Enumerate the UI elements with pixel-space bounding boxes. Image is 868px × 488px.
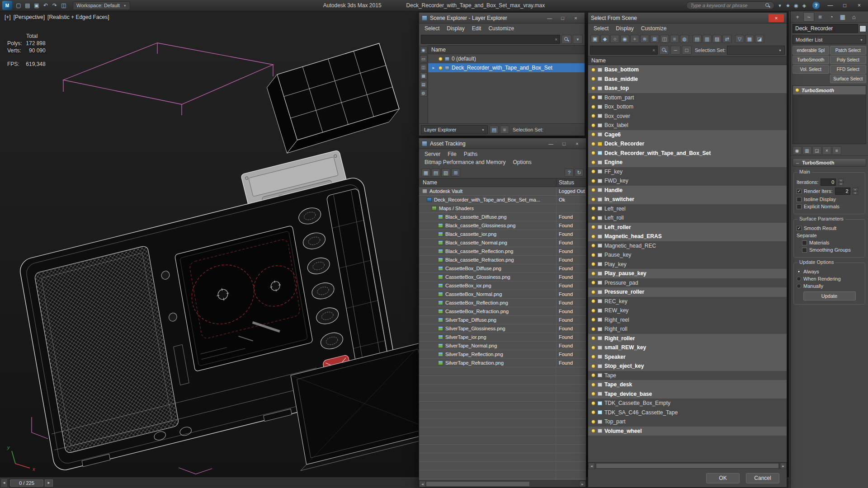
save-file-icon[interactable]: ▣ [32,1,41,10]
modifier-set-button[interactable] [793,75,829,83]
scene-object-row[interactable]: Box_label [588,121,787,130]
scene-object-row[interactable]: Pause_key [588,250,787,260]
bulb-icon[interactable] [591,401,595,405]
iterations-spinner[interactable]: ▴▾ [838,178,844,186]
minimize-button[interactable]: — [824,1,837,10]
status-column-header[interactable]: Status [556,178,586,187]
display-children-icon[interactable]: ▤ [693,35,702,43]
modifier-set-button[interactable]: TurboSmooth [793,56,829,64]
tree-empty-area[interactable] [428,72,585,123]
viewport-menu-segment[interactable]: [+] [5,14,11,20]
bulb-icon[interactable] [591,290,595,294]
open-file-icon[interactable]: ▤ [23,1,32,10]
scene-object-row[interactable]: FF_key [588,167,787,177]
bulb-icon[interactable] [591,392,595,396]
bulb-icon[interactable] [591,142,595,146]
show-spacewarps-icon[interactable]: ≋ [640,35,649,43]
scene-object-row[interactable]: Base_bottom [588,65,787,75]
display-hidden-icon[interactable]: ▨ [712,35,722,43]
smoothing-groups-checkbox[interactable] [802,248,807,253]
viewport-menu-segment[interactable]: [Realistic + Edged Faces] [47,14,109,20]
asset-horizontal-scrollbar[interactable]: ◄ ► [419,480,586,487]
configure-modifier-sets-icon[interactable]: ≡ [832,146,841,155]
asset-row[interactable]: Black_cassette_Reflection.png Found [419,247,586,256]
scene-search-input[interactable]: × [590,46,658,55]
modifier-set-button[interactable]: Patch Select [830,46,867,55]
table-view-icon[interactable]: ⊞ [451,169,460,177]
asset-row[interactable]: Deck_Recorder_with_Tape_and_Box_Set_ma..… [419,196,586,204]
time-slider-handle[interactable]: 0 / 225 [10,479,43,487]
show-xrefs-icon[interactable]: ◫ [660,35,669,43]
help-icon[interactable]: ? [812,2,820,9]
bulb-icon[interactable] [591,373,595,377]
bulb-icon[interactable] [591,105,595,109]
bulb-icon[interactable] [591,77,595,81]
close-button[interactable]: × [769,14,784,22]
modify-tab[interactable]: ~ [803,12,814,22]
scene-object-row[interactable]: Right_reel [588,315,787,325]
remove-modifier-icon[interactable]: × [822,146,831,155]
name-column-header[interactable]: Name [588,56,787,65]
asset-row[interactable]: Black_cassette_Normal.png Found [419,239,586,247]
scene-object-row[interactable]: REC_key [588,297,787,306]
bulb-icon[interactable] [591,364,595,368]
track-left-icon[interactable]: ◄ [0,479,8,488]
modifier-stack-entry[interactable]: TurboSmooth [793,86,866,94]
scene-object-row[interactable]: Box_cover [588,112,787,121]
asset-row[interactable]: Black_cassette_Refraction.png Found [419,256,586,264]
asset-tracking-titlebar[interactable]: Asset Tracking — □ × [419,138,586,149]
scene-object-row[interactable]: Speaker [588,352,787,362]
show-helpers-icon[interactable]: + [630,35,639,43]
scroll-right-icon[interactable]: ► [579,481,586,487]
cancel-button[interactable]: Cancel [746,473,779,483]
show-geometry-icon[interactable]: ▣ [590,35,599,43]
isoline-display-checkbox[interactable] [797,197,802,202]
scene-object-row[interactable]: Right_roller [588,334,787,343]
asset-row[interactable]: Black_cassette_Diffuse.png Found [419,213,586,221]
maximize-button[interactable]: □ [838,1,851,10]
selection-set-combo[interactable]: ▼ [727,46,785,55]
menu-item[interactable]: Select [590,24,612,33]
scene-object-row[interactable]: Left_roller [588,223,787,232]
find-icon[interactable] [659,46,669,55]
bulb-icon[interactable] [591,355,595,359]
explorer-search-input[interactable]: × [421,35,560,44]
scene-object-row[interactable]: Right_roll [588,324,787,334]
grid-view-icon[interactable]: □ [682,46,692,55]
maximize-button[interactable]: □ [557,14,569,22]
bulb-icon[interactable] [591,244,595,248]
scene-object-row[interactable]: Box_bottom [588,102,787,112]
close-button[interactable]: × [853,1,866,10]
se-layers-icon[interactable]: ▤ [420,81,427,88]
bulb-icon[interactable] [591,169,595,174]
asset-row[interactable]: Black_cassette_ior.png Found [419,230,586,239]
menu-item[interactable]: Edit [468,24,485,33]
menu-item[interactable]: Bitmap Performance and Memory [421,158,509,166]
layer-filter-icon[interactable]: – [670,46,680,55]
thumbnail-view-icon[interactable]: ▧ [441,169,450,177]
asset-row[interactable]: CassetteBox_Refraction.png Found [419,307,586,316]
bulb-icon[interactable] [591,197,595,202]
advanced-filter-icon[interactable]: ▼ [573,35,583,44]
make-unique-icon[interactable]: ◲ [812,146,821,155]
asset-row[interactable]: SilverTape_Normal.png Found [419,342,586,350]
bulb-icon[interactable] [591,420,595,424]
se-hide-icon[interactable]: ◫ [420,64,427,71]
vault-status-icon[interactable]: ▦ [421,169,430,177]
scrollbar-thumb[interactable] [596,463,779,469]
next-frame-icon[interactable]: ► [45,479,53,487]
asset-row[interactable]: CassetteBox_Glossiness.png Found [419,273,586,282]
layer-row[interactable]: 0 (default) [428,54,585,63]
scrollbar-thumb[interactable] [426,481,530,487]
asset-row[interactable]: Maps / Shaders [419,204,586,213]
scene-object-row[interactable]: Pressure_pad [588,278,787,288]
bulb-icon[interactable] [591,346,595,350]
bulb-icon[interactable] [591,272,595,276]
explorer-mode-combo[interactable]: Layer Explorer ▼ [421,125,488,134]
hierarchy-tab[interactable]: ≡ [815,12,826,22]
scene-object-row[interactable]: REW_key [588,306,787,315]
clear-search-icon[interactable]: × [652,48,655,53]
scene-object-row[interactable]: Tape_desk [588,380,787,389]
new-scene-icon[interactable]: ▢ [14,1,23,10]
scene-object-row[interactable]: TDK_Cassette_Box_Empty [588,399,787,408]
